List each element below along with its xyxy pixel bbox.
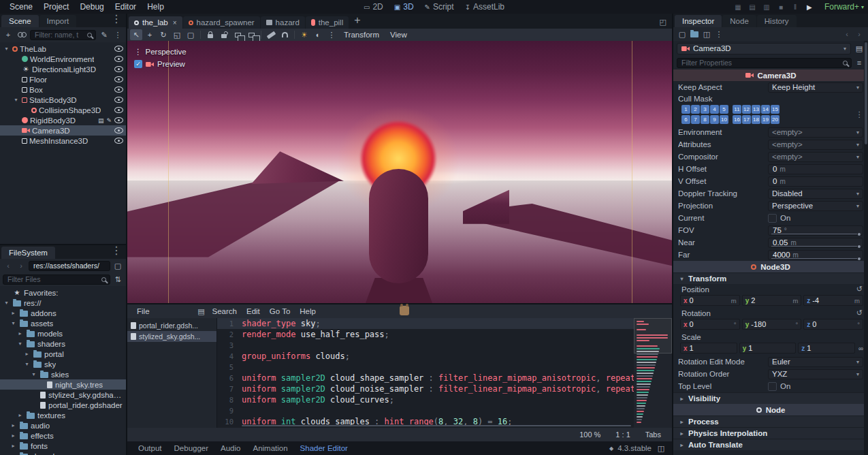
cull-mask-layer-8[interactable]: 8 [701, 115, 709, 124]
tab-node[interactable]: Node [722, 15, 756, 27]
environment-icon[interactable]: ◐ [312, 29, 324, 40]
instantiate-scene-button[interactable] [16, 29, 27, 40]
bottom-tab-debugger[interactable]: Debugger [169, 444, 214, 452]
expander-icon[interactable]: ▾ [3, 46, 10, 52]
cull-mask-layer-3[interactable]: 3 [701, 105, 709, 114]
tree-row[interactable]: ▾shaders [0, 339, 126, 349]
environment-dropdown[interactable]: <empty> ▾ [768, 127, 863, 138]
tree-row[interactable]: night_sky.tres [0, 379, 126, 390]
scene-tab-the_pill[interactable]: the_pill [306, 16, 349, 29]
cull-mask-layer-20[interactable]: 20 [771, 115, 779, 124]
visibility-eye-icon[interactable] [114, 107, 123, 113]
open-docs-icon[interactable]: ▤ [854, 43, 865, 54]
rotate-tool[interactable]: ↻ [157, 29, 170, 40]
tree-row[interactable]: Floor [0, 74, 126, 84]
scale-z-field[interactable]: z1 [798, 343, 855, 354]
code-line[interactable]: 3 [217, 340, 672, 351]
preview-checkbox[interactable]: ✓ [134, 60, 142, 68]
cull-mask-layer-15[interactable]: 15 [771, 105, 779, 114]
tree-row[interactable]: ▾res:// [0, 298, 126, 308]
close-icon[interactable]: × [173, 19, 177, 27]
tab-import[interactable]: Import [39, 15, 77, 27]
expander-icon[interactable]: ▾ [12, 97, 20, 103]
filter-properties-input[interactable] [677, 58, 852, 68]
groups-icon[interactable]: ▤ [98, 117, 104, 124]
expander-icon[interactable]: ▸ [23, 351, 31, 357]
scene-tab-the_lab[interactable]: the_lab× [129, 16, 182, 29]
expander-icon[interactable]: ▾ [10, 320, 17, 326]
cull-mask-layer-2[interactable]: 2 [691, 105, 700, 114]
tab-filesystem[interactable]: FileSystem [1, 247, 55, 259]
code-line[interactable]: 9 [217, 405, 672, 416]
resource-kebab-icon[interactable]: ⋮ [713, 29, 724, 40]
code-line[interactable]: 2render_mode use_half_res_pass; [217, 329, 672, 340]
code-editor[interactable]: 1shader_type sky;2render_mode use_half_r… [217, 318, 672, 428]
compositor-dropdown[interactable]: <empty> ▾ [768, 152, 863, 162]
menu-debug[interactable]: Debug [74, 2, 109, 12]
code-line[interactable]: 6uniform sampler2D cloud_shape_sampler :… [217, 373, 672, 383]
cull-mask-layer-17[interactable]: 17 [742, 115, 751, 124]
version-label[interactable]: 4.3.stable [617, 444, 652, 452]
cull-mask-layer-4[interactable]: 4 [710, 105, 719, 114]
tree-row[interactable]: ▸portal [0, 349, 126, 359]
cull-mask-layer-10[interactable]: 10 [720, 115, 728, 124]
section-transform[interactable]: ▾ Transform [673, 272, 868, 284]
tree-row[interactable]: Camera3D [0, 125, 126, 136]
keep-aspect-dropdown[interactable]: Keep Height ▾ [768, 82, 863, 93]
snap-magnet-icon[interactable] [278, 29, 291, 40]
code-minimap[interactable] [634, 318, 672, 428]
select-tool[interactable]: ↖ [130, 29, 142, 40]
rotation-x-field[interactable]: x0° [680, 319, 740, 330]
visibility-eye-icon[interactable] [114, 138, 123, 144]
indent-mode[interactable]: Tabs [645, 430, 661, 439]
cull-mask-layer-1[interactable]: 1 [681, 105, 690, 114]
tree-row[interactable]: ▸textures [0, 410, 126, 420]
expander-icon[interactable]: ▸ [16, 330, 24, 336]
tree-row[interactable]: ▸shared [0, 451, 126, 455]
tree-row[interactable]: ▸effects [0, 430, 126, 441]
cull-mask-layer-7[interactable]: 7 [691, 115, 700, 124]
bottom-tab-audio[interactable]: Audio [215, 444, 246, 452]
fs-forward-icon[interactable]: › [16, 260, 27, 271]
group-icon[interactable] [231, 29, 244, 40]
visibility-eye-icon[interactable] [114, 66, 123, 72]
cull-mask-layer-12[interactable]: 12 [742, 105, 751, 114]
tab-history[interactable]: History [757, 15, 797, 27]
ruler-icon[interactable] [265, 29, 277, 40]
viewport-3d[interactable]: ⋮ Perspective ✓ Preview [127, 41, 672, 303]
workspace-assetlib[interactable]: ↧AssetLib [465, 2, 504, 12]
tree-row[interactable]: ▾TheLab [0, 44, 126, 54]
rotation-z-field[interactable]: z0° [803, 319, 863, 330]
cull-mask-layer-19[interactable]: 19 [761, 115, 770, 124]
split-mode-icon[interactable]: ▢ [112, 260, 123, 271]
visibility-eye-icon[interactable] [114, 97, 123, 103]
tab-scene[interactable]: Scene [1, 15, 39, 27]
cull-mask-layer-6[interactable]: 6 [681, 115, 690, 124]
viewport-menu-transform[interactable]: Transform [339, 31, 384, 39]
cull-mask-layer-16[interactable]: 16 [733, 115, 741, 124]
stop-button[interactable]: ■ [776, 3, 786, 11]
tree-row[interactable]: RigidBody3D▤✎ [0, 115, 126, 125]
script-icon[interactable]: ✎ [106, 117, 112, 124]
code-line[interactable]: 8uniform sampler2D cloud_curves; [217, 394, 672, 405]
current-path[interactable]: res://assets/shaders/ [29, 261, 110, 271]
sort-icon[interactable]: ⇅ [112, 274, 123, 285]
cull-mask-kebab-icon[interactable]: ⋮ [856, 110, 864, 119]
tree-row[interactable]: ▾skies [0, 369, 126, 379]
tree-row[interactable]: ▾StaticBody3D [0, 95, 126, 105]
shader-menu-search[interactable]: Search [208, 307, 241, 315]
scene-tab-hazard[interactable]: hazard [261, 16, 305, 29]
expander-icon[interactable]: ▾ [30, 371, 37, 377]
viewport-kebab-icon[interactable]: ⋮ [325, 29, 338, 40]
shader-menu-help[interactable]: Help [295, 307, 320, 315]
rotation-y-field[interactable]: y-180° [742, 319, 802, 330]
cull-mask-layer-5[interactable]: 5 [720, 105, 728, 114]
workspace-3d[interactable]: ▣3D [394, 2, 414, 12]
expander-icon[interactable]: ▾ [16, 341, 24, 347]
tree-row[interactable]: portal_rider.gdshader [0, 400, 126, 410]
code-line[interactable]: 5 [217, 362, 672, 373]
visibility-eye-icon[interactable] [114, 76, 123, 82]
visibility-eye-icon[interactable] [114, 46, 123, 52]
position-z-field[interactable]: z-4m [803, 295, 863, 306]
node-selector[interactable]: Camera3D ▾ [677, 43, 851, 54]
